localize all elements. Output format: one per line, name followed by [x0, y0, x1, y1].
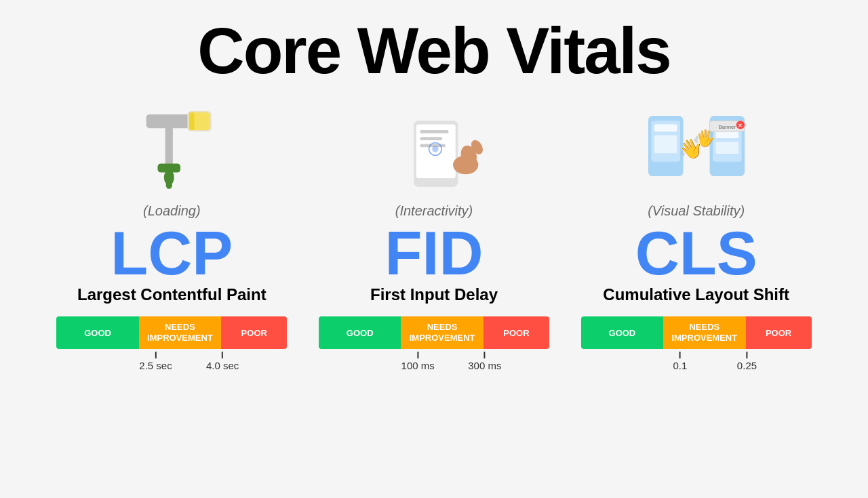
fid-name: First Input Delay	[370, 285, 498, 304]
lcp-marker-2-label: 4.0 sec	[206, 360, 239, 371]
vital-card-fid: (Interactivity) FID First Input Delay GO…	[303, 95, 566, 372]
cls-name: Cumulative Layout Shift	[603, 285, 789, 304]
cls-marker-1-line	[679, 352, 681, 358]
cls-marker-2-label: 0.25	[737, 360, 757, 371]
vital-card-lcp: (Loading) LCP Largest Contentful Paint G…	[41, 95, 303, 372]
svg-rect-3	[189, 112, 194, 130]
cls-markers: 0.1 0.25	[581, 352, 812, 372]
svg-rect-10	[420, 130, 448, 133]
fid-good: GOOD	[319, 316, 401, 349]
svg-text:✕: ✕	[738, 123, 743, 129]
layout-shift-icon: Banner ✕ 👋 👋	[642, 95, 751, 203]
paint-roller-icon	[117, 95, 226, 203]
lcp-poor: POOR	[221, 316, 287, 349]
svg-rect-25	[715, 142, 738, 154]
cls-scale-bar: GOOD NEEDSIMPROVEMENT POOR	[581, 316, 812, 349]
cls-marker-2: 0.25	[737, 352, 757, 371]
lcp-marker-1-line	[155, 352, 157, 358]
lcp-category: (Loading)	[143, 203, 201, 219]
cls-good: GOOD	[581, 316, 663, 349]
cls-category: (Visual Stability)	[648, 203, 745, 219]
fid-markers: 100 ms 300 ms	[319, 352, 549, 372]
phone-tap-icon	[380, 95, 488, 203]
lcp-marker-1-label: 2.5 sec	[139, 360, 172, 371]
svg-text:Banner: Banner	[718, 124, 736, 130]
lcp-name: Largest Contentful Paint	[77, 285, 267, 304]
lcp-marker-2: 4.0 sec	[206, 352, 239, 371]
vital-card-cls: Banner ✕ 👋 👋 (Visual Stability) CLS Cumu…	[565, 95, 827, 372]
fid-marker-2-line	[484, 352, 486, 358]
fid-acronym: FID	[385, 223, 484, 284]
cls-needs: NEEDSIMPROVEMENT	[663, 316, 745, 349]
lcp-markers: 2.5 sec 4.0 sec	[56, 352, 287, 372]
vitals-container: (Loading) LCP Largest Contentful Paint G…	[0, 95, 868, 372]
fid-marker-2-label: 300 ms	[468, 360, 501, 371]
cls-marker-2-line	[746, 352, 747, 358]
fid-marker-1-line	[417, 352, 418, 358]
fid-marker-1-label: 100 ms	[401, 360, 435, 371]
lcp-marker-1: 2.5 sec	[139, 352, 172, 371]
lcp-good: GOOD	[56, 316, 138, 349]
cls-acronym: CLS	[635, 223, 757, 284]
cls-poor: POOR	[746, 316, 812, 349]
fid-marker-2: 300 ms	[468, 352, 501, 371]
cls-scale: GOOD NEEDSIMPROVEMENT POOR 0.1 0.25	[581, 316, 812, 372]
svg-rect-20	[654, 125, 677, 132]
fid-scale: GOOD NEEDSIMPROVEMENT POOR 100 ms 300 ms	[319, 316, 549, 372]
page-title: Core Web Vitals	[197, 14, 670, 88]
svg-rect-21	[654, 136, 677, 154]
fid-poor: POOR	[484, 316, 549, 349]
fid-needs: NEEDSIMPROVEMENT	[401, 316, 483, 349]
lcp-scale-bar: GOOD NEEDSIMPROVEMENT POOR	[56, 316, 287, 349]
cls-marker-1-label: 0.1	[673, 360, 687, 371]
fid-marker-1: 100 ms	[401, 352, 435, 371]
svg-rect-11	[420, 137, 442, 140]
cls-marker-1: 0.1	[673, 352, 687, 371]
lcp-acronym: LCP	[111, 223, 233, 284]
svg-point-7	[166, 182, 172, 189]
svg-point-15	[453, 155, 478, 174]
svg-rect-4	[165, 127, 173, 168]
lcp-scale: GOOD NEEDSIMPROVEMENT POOR 2.5 sec 4.0 s…	[56, 316, 287, 372]
lcp-needs: NEEDSIMPROVEMENT	[139, 316, 221, 349]
svg-point-17	[432, 146, 438, 152]
fid-scale-bar: GOOD NEEDSIMPROVEMENT POOR	[319, 316, 549, 349]
lcp-marker-2-line	[222, 352, 223, 358]
fid-category: (Interactivity)	[395, 203, 473, 219]
